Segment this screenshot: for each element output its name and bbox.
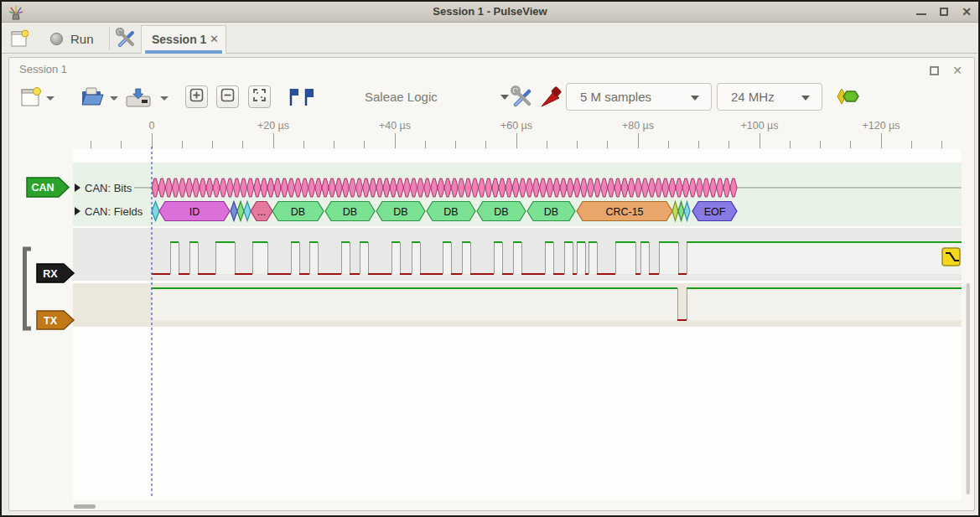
- wave-high-fill: [589, 242, 597, 274]
- sample-count-dropdown-icon: [691, 96, 699, 101]
- channel-tab-tx[interactable]: TX: [37, 311, 74, 329]
- ruler-label: +80 µs: [622, 120, 654, 132]
- probe-button[interactable]: [539, 85, 563, 112]
- field-annotation-label: ...: [257, 206, 266, 218]
- field-annotation-label: DB: [494, 206, 508, 218]
- panel-restore-icon[interactable]: [930, 66, 939, 75]
- wave-high-fill: [462, 242, 470, 274]
- open-button[interactable]: [80, 86, 105, 111]
- sample-rate-dropdown-icon: [801, 96, 810, 101]
- wave-high-fill: [341, 242, 350, 274]
- pulseview-window: Session 1 - PulseView ✕ Run: [0, 0, 980, 517]
- wave-high-fill: [391, 242, 400, 274]
- ruler-label: 0: [149, 120, 155, 132]
- ruler-label: +100 µs: [740, 120, 778, 132]
- window-title: Session 1 - PulseView: [2, 5, 978, 18]
- field-annotation-label: CRC-15: [605, 206, 643, 218]
- channel-tab-rx-label: RX: [43, 268, 58, 280]
- open-icon: [80, 96, 105, 111]
- wave-high-fill: [215, 242, 235, 274]
- probe-icon: [539, 97, 563, 111]
- zoom-out-icon: [220, 88, 235, 106]
- wave-high-fill: [659, 242, 678, 274]
- tab-close-icon[interactable]: ✕: [210, 33, 219, 45]
- trigger-badge[interactable]: [942, 248, 960, 266]
- trigger-marker[interactable]: [942, 248, 960, 266]
- device-config-icon: [511, 97, 534, 111]
- zoom-in-button[interactable]: [185, 85, 208, 108]
- tab-active-indicator: [145, 50, 222, 54]
- wave-high-fill: [360, 242, 368, 274]
- new-file-button[interactable]: [19, 86, 41, 111]
- settings-button[interactable]: [116, 28, 139, 49]
- maximize-icon[interactable]: [940, 8, 948, 16]
- time-ruler[interactable]: 0+20 µs+40 µs+60 µs+80 µs+100 µs+120 µs: [91, 120, 942, 148]
- wave-high-fill: [494, 242, 502, 274]
- wave-high-fill: [189, 242, 198, 274]
- sample-count-select[interactable]: 5 M samples: [566, 83, 712, 111]
- main-toolbar: Run Session 1 ✕: [2, 23, 978, 54]
- wave-high-fill: [252, 242, 267, 274]
- tx-waveform[interactable]: [152, 288, 962, 320]
- run-led-icon: [50, 33, 63, 45]
- panel-close-icon[interactable]: ✕: [952, 64, 962, 77]
- row-label-can-fields: CAN: Fields: [85, 205, 143, 218]
- wave-high-fill: [170, 242, 179, 274]
- settings-icon: [116, 38, 137, 52]
- wave-high-fill: [687, 288, 962, 320]
- close-icon[interactable]: ✕: [962, 4, 972, 19]
- device-dropdown-icon: [500, 95, 509, 100]
- wave-high-fill: [443, 242, 451, 274]
- zoom-fit-button[interactable]: [248, 85, 271, 108]
- save-icon: [125, 96, 152, 111]
- device-selector[interactable]: Saleae Logic: [365, 83, 509, 111]
- run-button[interactable]: Run: [45, 28, 99, 49]
- field-annotation-label: DB: [544, 206, 558, 218]
- sample-rate-select[interactable]: 24 MHz: [717, 83, 822, 111]
- add-decoder-button[interactable]: [836, 88, 861, 108]
- ruler-label: +120 µs: [862, 120, 900, 132]
- wave-high-fill: [291, 242, 299, 274]
- wave-high-fill: [564, 242, 573, 274]
- ruler-label: +20 µs: [257, 120, 289, 132]
- device-config-button[interactable]: [511, 85, 534, 112]
- tab-session-1[interactable]: Session 1 ✕: [141, 25, 226, 54]
- new-file-dropdown-icon[interactable]: [46, 96, 54, 101]
- wave-high-fill: [577, 242, 585, 274]
- channel-tab-rx[interactable]: RX: [37, 264, 74, 282]
- decoder-flags-icon: [286, 96, 314, 110]
- save-button[interactable]: [125, 86, 152, 111]
- vertical-scrollbar-handle[interactable]: [967, 283, 971, 494]
- wave-high-fill: [152, 288, 677, 320]
- sample-count-value: 5 M samples: [567, 90, 651, 104]
- minimize-icon[interactable]: [916, 8, 926, 15]
- zoom-out-button[interactable]: [216, 85, 239, 108]
- session-toolbar: Saleae Logic: [9, 81, 974, 115]
- field-annotation-label: DB: [343, 206, 357, 218]
- horizontal-scrollbar-handle[interactable]: [74, 504, 96, 509]
- save-dropdown-icon[interactable]: [160, 96, 169, 101]
- field-annotation-label: ID: [189, 206, 200, 218]
- zoom-in-icon: [189, 88, 204, 106]
- title-bar[interactable]: Session 1 - PulseView ✕: [2, 2, 978, 23]
- wave-high-fill: [615, 242, 635, 274]
- zoom-fit-icon: [252, 88, 267, 106]
- ruler-label: +60 µs: [500, 120, 532, 132]
- trace-view[interactable]: 0+20 µs+40 µs+60 µs+80 µs+100 µs+120 µsI…: [9, 114, 974, 510]
- field-annotation-label: EOF: [704, 206, 726, 218]
- decoder-tab-can[interactable]: CAN: [27, 178, 69, 197]
- field-annotation-label: DB: [393, 206, 407, 218]
- decoder-flags-button[interactable]: [286, 87, 314, 111]
- wave-high-fill: [309, 242, 318, 274]
- channel-group-bracket[interactable]: [25, 249, 32, 328]
- open-dropdown-icon[interactable]: [110, 96, 118, 101]
- toolbar-separator: [109, 27, 110, 50]
- add-decoder-icon: [836, 93, 861, 107]
- field-annotation-label: DB: [291, 206, 305, 218]
- wave-high-fill: [412, 242, 420, 274]
- can-fields-annotations[interactable]: ID...DBDBDBDBDBDBCRC-15EOF: [152, 202, 737, 221]
- new-session-button[interactable]: [8, 28, 34, 49]
- session-panel-title: Session 1: [19, 63, 67, 75]
- field-annotation-label: DB: [443, 206, 458, 218]
- wave-high-fill: [545, 242, 553, 274]
